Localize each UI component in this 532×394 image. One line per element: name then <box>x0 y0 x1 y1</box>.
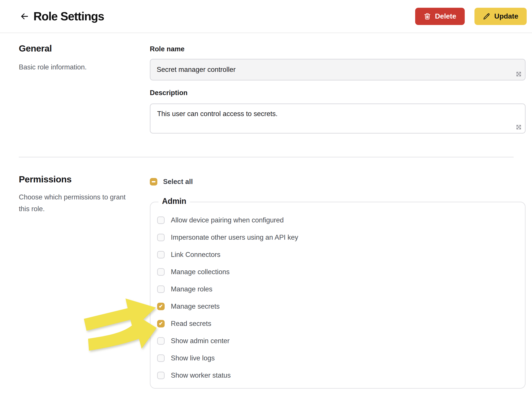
permissions-section-intro: Permissions Choose which permissions to … <box>19 174 138 215</box>
page-title: Role Settings <box>33 10 104 23</box>
role-name-input[interactable] <box>150 59 526 80</box>
permission-checkbox[interactable] <box>157 337 165 345</box>
permission-row[interactable]: Show worker status <box>157 367 525 384</box>
permission-row[interactable]: Manage secrets <box>157 298 525 315</box>
role-name-field-wrap <box>150 59 526 80</box>
select-all-label: Select all <box>163 178 193 186</box>
permission-checkbox[interactable] <box>157 217 165 224</box>
permission-label: Show admin center <box>171 337 230 345</box>
permission-row[interactable]: Show admin center <box>157 332 525 350</box>
update-button-label: Update <box>494 12 518 20</box>
permission-checkbox[interactable] <box>157 268 165 276</box>
permission-label: Link Connectors <box>171 251 220 259</box>
select-all-row[interactable]: Select all <box>150 178 193 186</box>
permission-label: Manage roles <box>171 285 212 293</box>
permission-label: Manage secrets <box>171 302 220 311</box>
permission-checkbox[interactable] <box>157 354 165 362</box>
permission-label: Impersonate other users using an API key <box>171 233 298 241</box>
permission-row[interactable]: Allow device pairing when configured <box>157 212 525 229</box>
delete-button[interactable]: Delete <box>415 8 465 25</box>
description-field-wrap: This user can control access to secrets. <box>150 104 526 134</box>
general-section-intro: General Basic role information. <box>19 43 138 73</box>
permissions-heading: Permissions <box>19 174 138 185</box>
general-heading: General <box>19 43 138 54</box>
trash-icon <box>424 13 431 20</box>
permission-checkbox[interactable] <box>157 234 165 241</box>
permission-checkbox[interactable] <box>157 320 165 327</box>
annotation-arrow-manage-secrets <box>84 299 156 331</box>
permission-label: Show worker status <box>171 371 231 379</box>
permission-row[interactable]: Show live logs <box>157 350 525 367</box>
fieldset-legend-admin: Admin <box>158 197 190 206</box>
general-subheading: Basic role information. <box>19 61 138 73</box>
pencil-icon <box>483 13 490 20</box>
permission-row[interactable]: Impersonate other users using an API key <box>157 229 525 246</box>
header-actions: Delete Update <box>415 8 527 25</box>
back-button[interactable] <box>19 10 30 22</box>
permission-row[interactable]: Link Connectors <box>157 246 525 263</box>
role-settings-page: Role Settings Delete <box>0 0 532 394</box>
permission-label: Manage collections <box>171 268 230 276</box>
arrow-left-icon <box>20 11 30 21</box>
permission-label: Allow device pairing when configured <box>171 216 284 224</box>
section-divider <box>19 157 514 157</box>
permission-checkbox[interactable] <box>157 303 165 310</box>
permission-label: Show live logs <box>171 354 215 362</box>
permission-label: Read secrets <box>171 320 211 328</box>
permission-row[interactable]: Manage roles <box>157 280 525 298</box>
permission-checkbox[interactable] <box>157 285 165 293</box>
permission-checkbox[interactable] <box>157 372 165 379</box>
description-label: Description <box>150 89 188 97</box>
description-input[interactable]: This user can control access to secrets. <box>150 104 526 134</box>
role-name-label: Role name <box>150 45 184 53</box>
select-all-checkbox[interactable] <box>150 178 157 186</box>
permissions-subheading: Choose which permissions to grant this r… <box>19 191 129 215</box>
permission-checkbox[interactable] <box>157 251 165 259</box>
update-button[interactable]: Update <box>474 8 527 25</box>
permission-list: Allow device pairing when configured Imp… <box>157 212 525 384</box>
permission-row[interactable]: Manage collections <box>157 263 525 280</box>
page-header: Role Settings Delete <box>0 0 532 33</box>
admin-permissions-group: Admin Allow device pairing when configur… <box>150 202 526 389</box>
delete-button-label: Delete <box>435 12 456 20</box>
permission-row[interactable]: Read secrets <box>157 315 525 332</box>
annotation-arrow-read-secrets <box>88 312 157 351</box>
